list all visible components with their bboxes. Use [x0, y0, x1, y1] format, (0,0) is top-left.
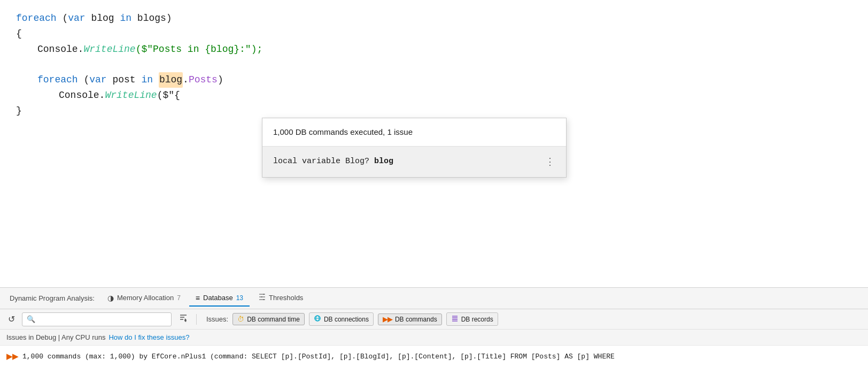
tab-database[interactable]: ≡ Database 13 — [189, 290, 250, 307]
hover-popup: 1,000 DB commands executed, 1 issue loca… — [262, 118, 567, 178]
filter-db-commands-label: DB commands — [395, 316, 437, 323]
status-bar: Issues in Debug | Any CPU runs How do I … — [0, 330, 868, 346]
status-text: Issues in Debug | Any CPU runs — [6, 333, 105, 341]
fix-issues-link[interactable]: How do I fix these issues? — [108, 333, 189, 341]
filter-db-connections-label: DB connections — [324, 316, 369, 323]
code-line-1: foreach ( var blog in blogs) — [16, 11, 852, 26]
tab-database-label: Database — [203, 294, 233, 302]
result-text: 1,000 commands (max: 1,000) by EfCore.nP… — [22, 353, 615, 361]
db-records-icon — [451, 315, 459, 324]
refresh-button[interactable]: ↺ — [5, 312, 18, 326]
search-input[interactable] — [38, 315, 167, 323]
popup-text-1: 1,000 DB commands executed, 1 issue — [273, 127, 413, 136]
popup-row-2: local variable Blog? blog ⋮ — [262, 147, 566, 177]
popup-text-2-bold: blog — [374, 157, 393, 166]
code-editor: foreach ( var blog in blogs) { Console.W… — [0, 0, 868, 287]
database-icon: ≡ — [196, 294, 200, 302]
filter-db-commands[interactable]: ▶▶ DB commands — [378, 314, 442, 325]
panel-label: Dynamic Program Analysis: — [5, 294, 99, 302]
db-command-time-icon: ⏱ — [237, 315, 244, 323]
filter-icon-button[interactable] — [176, 312, 191, 326]
filter-db-records[interactable]: DB records — [446, 312, 498, 326]
filter-db-command-time[interactable]: ⏱ DB command time — [232, 313, 305, 325]
search-icon: 🔍 — [27, 315, 35, 323]
tab-thresholds-label: Thresholds — [269, 294, 303, 302]
search-box[interactable]: 🔍 — [22, 312, 172, 326]
thresholds-icon — [258, 293, 266, 302]
db-connections-icon — [314, 315, 321, 324]
code-line-7: } — [16, 103, 852, 119]
toolbar-divider — [196, 314, 197, 325]
bottom-panel: Dynamic Program Analysis: ◑ Memory Alloc… — [0, 287, 868, 367]
filter-brush-icon — [179, 314, 188, 325]
popup-ellipsis-icon[interactable]: ⋮ — [545, 154, 555, 170]
tab-memory-count: 7 — [177, 294, 181, 302]
tab-bar: Dynamic Program Analysis: ◑ Memory Alloc… — [0, 288, 868, 309]
code-line-4 — [16, 57, 852, 72]
filter-db-connections[interactable]: DB connections — [309, 312, 374, 326]
filter-db-records-label: DB records — [461, 316, 493, 323]
result-icon: ▶▶ — [6, 352, 18, 361]
tab-database-count: 13 — [236, 294, 243, 302]
popup-row-1: 1,000 DB commands executed, 1 issue — [262, 118, 566, 147]
memory-allocation-icon: ◑ — [107, 294, 114, 302]
code-line-3: Console.WriteLine($"Posts in {blog}:"); — [16, 42, 852, 57]
filter-db-command-time-label: DB command time — [247, 316, 300, 323]
tab-memory-label: Memory Allocation — [117, 294, 174, 302]
popup-text-2-pre: local variable Blog? — [273, 157, 374, 166]
refresh-icon: ↺ — [8, 314, 15, 324]
tab-memory-allocation[interactable]: ◑ Memory Allocation 7 — [101, 290, 187, 307]
toolbar: ↺ 🔍 Issues: ⏱ DB command time — [0, 309, 868, 330]
code-line-5: foreach ( var post in blog . Posts ) — [16, 72, 852, 88]
db-commands-icon: ▶▶ — [383, 316, 392, 323]
issues-label: Issues: — [206, 315, 228, 323]
results-row[interactable]: ▶▶ 1,000 commands (max: 1,000) by EfCore… — [0, 346, 868, 367]
code-line-6: Console.WriteLine($"{ — [16, 88, 852, 103]
code-line-2: { — [16, 26, 852, 42]
tab-thresholds[interactable]: Thresholds — [252, 290, 309, 307]
